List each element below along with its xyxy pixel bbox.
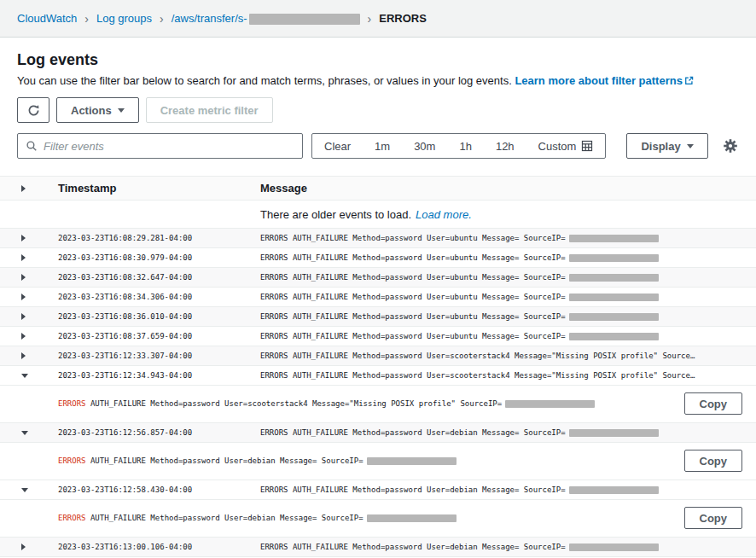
log-events-panel: Log events You can use the filter bar be…: [0, 38, 756, 159]
event-message: ERRORS AUTH_FAILURE Method=password User…: [260, 428, 756, 437]
log-rows: 2023-03-23T16:08:29.281-04:00ERRORS AUTH…: [0, 229, 756, 557]
event-message: ERRORS AUTH_FAILURE Method=password User…: [260, 371, 756, 380]
caret-cell: [0, 431, 58, 435]
breadcrumb-separator-icon: ›: [84, 12, 89, 26]
breadcrumb: CloudWatch › Log groups › /aws/transfer/…: [17, 12, 427, 26]
event-timestamp: 2023-03-23T16:08:29.281-04:00: [58, 234, 260, 242]
refresh-button[interactable]: [17, 97, 49, 123]
gear-icon: [724, 139, 737, 153]
expand-row-icon[interactable]: [21, 274, 26, 281]
copy-button[interactable]: Copy: [684, 507, 743, 529]
display-label: Display: [641, 140, 680, 153]
redacted-source-ip: [505, 400, 595, 408]
log-event-row[interactable]: 2023-03-23T16:12:34.943-04:00ERRORS AUTH…: [0, 366, 756, 386]
log-event-row[interactable]: 2023-03-23T16:13:00.106-04:00ERRORS AUTH…: [0, 538, 756, 557]
event-timestamp: 2023-03-23T16:08:34.306-04:00: [58, 293, 260, 301]
caret-cell: [0, 274, 58, 281]
log-event-row[interactable]: 2023-03-23T16:08:36.010-04:00ERRORS AUTH…: [0, 307, 756, 327]
event-timestamp: 2023-03-23T16:12:33.307-04:00: [58, 352, 260, 360]
expand-row-icon[interactable]: [21, 235, 26, 241]
event-message: ERRORS AUTH_FAILURE Method=password User…: [260, 543, 756, 551]
log-event-row[interactable]: 2023-03-23T16:08:29.281-04:00ERRORS AUTH…: [0, 229, 756, 248]
expand-row-icon[interactable]: [21, 543, 26, 550]
event-message: ERRORS AUTH_FAILURE Method=password User…: [260, 253, 756, 262]
caret-cell: [0, 313, 58, 320]
learn-more-link[interactable]: Learn more about filter patterns: [515, 74, 693, 87]
preferences-button[interactable]: [722, 137, 739, 154]
caret-cell: [0, 235, 58, 241]
error-level-token: ERRORS: [58, 399, 86, 408]
caret-cell: [0, 374, 58, 378]
redacted-source-ip: [569, 294, 659, 301]
expand-row-icon[interactable]: [21, 352, 26, 359]
error-level-token: ERRORS: [58, 514, 86, 522]
redacted-source-ip: [569, 543, 659, 551]
breadcrumb-log-groups[interactable]: Log groups: [96, 12, 152, 25]
clear-button[interactable]: Clear: [312, 134, 363, 158]
redacted-source-ip: [569, 486, 659, 494]
copy-button[interactable]: Copy: [684, 392, 743, 415]
event-timestamp: 2023-03-23T16:12:56.857-04:00: [58, 428, 260, 437]
expand-all-icon[interactable]: [21, 185, 26, 192]
event-detail-text: ERRORS AUTH_FAILURE Method=password User…: [58, 399, 672, 408]
copy-button[interactable]: Copy: [684, 450, 743, 472]
log-event-row[interactable]: 2023-03-23T16:08:37.659-04:00ERRORS AUTH…: [0, 327, 756, 346]
breadcrumb-separator-icon: ›: [368, 12, 372, 26]
breadcrumb-bar: CloudWatch › Log groups › /aws/transfer/…: [0, 0, 756, 38]
create-metric-filter-button[interactable]: Create metric filter: [146, 97, 273, 123]
log-event-row[interactable]: 2023-03-23T16:12:58.430-04:00ERRORS AUTH…: [0, 480, 756, 500]
expand-row-icon[interactable]: [21, 254, 26, 261]
redacted-source-ip: [569, 313, 659, 321]
table-header: Timestamp Message: [0, 176, 756, 201]
event-message: ERRORS AUTH_FAILURE Method=password User…: [260, 352, 756, 360]
breadcrumb-separator-icon: ›: [160, 12, 164, 26]
display-button[interactable]: Display: [626, 133, 707, 159]
event-detail-text: ERRORS AUTH_FAILURE Method=password User…: [58, 456, 672, 465]
log-event-row[interactable]: 2023-03-23T16:12:56.857-04:00ERRORS AUTH…: [0, 423, 756, 443]
log-event-row[interactable]: 2023-03-23T16:08:30.979-04:00ERRORS AUTH…: [0, 248, 756, 268]
log-event-row[interactable]: 2023-03-23T16:08:34.306-04:00ERRORS AUTH…: [0, 288, 756, 307]
actions-button[interactable]: Actions: [56, 97, 139, 123]
expand-row-icon[interactable]: [21, 294, 26, 300]
event-detail: ERRORS AUTH_FAILURE Method=password User…: [0, 500, 756, 538]
column-header-timestamp[interactable]: Timestamp: [58, 182, 260, 195]
event-message: ERRORS AUTH_FAILURE Method=password User…: [260, 234, 756, 242]
external-link-icon: [684, 76, 694, 85]
filter-events-search[interactable]: [17, 133, 303, 159]
caret-down-icon: [687, 144, 694, 148]
filter-bar: Clear 1m 30m 1h 12h Custom Display: [17, 133, 739, 159]
breadcrumb-cloudwatch[interactable]: CloudWatch: [17, 12, 77, 25]
redacted-source-ip: [367, 457, 457, 465]
older-events-text: There are older events to load.: [260, 208, 411, 221]
caret-cell: [0, 333, 58, 340]
redacted-source-ip: [569, 254, 659, 262]
event-message: ERRORS AUTH_FAILURE Method=password User…: [260, 332, 756, 340]
redacted-source-ip: [367, 514, 457, 522]
range-1m-button[interactable]: 1m: [363, 134, 402, 158]
collapse-row-icon[interactable]: [21, 431, 28, 435]
caret-cell: [0, 254, 58, 261]
breadcrumb-log-group[interactable]: /aws/transfer/s-: [172, 12, 360, 25]
load-more-link[interactable]: Load more.: [416, 208, 472, 221]
event-timestamp: 2023-03-23T16:13:00.106-04:00: [58, 543, 260, 551]
event-timestamp: 2023-03-23T16:08:37.659-04:00: [58, 332, 260, 340]
collapse-row-icon[interactable]: [21, 488, 28, 492]
range-12h-button[interactable]: 12h: [484, 134, 526, 158]
collapse-row-icon[interactable]: [21, 374, 28, 378]
caret-cell: [0, 543, 58, 550]
column-header-message[interactable]: Message: [260, 182, 756, 195]
range-30m-button[interactable]: 30m: [402, 134, 447, 158]
event-message: ERRORS AUTH_FAILURE Method=password User…: [260, 312, 756, 321]
event-detail: ERRORS AUTH_FAILURE Method=password User…: [0, 443, 756, 480]
filter-events-input[interactable]: [44, 140, 294, 153]
log-event-row[interactable]: 2023-03-23T16:08:32.647-04:00ERRORS AUTH…: [0, 268, 756, 288]
expand-row-icon[interactable]: [21, 333, 26, 340]
event-detail: ERRORS AUTH_FAILURE Method=password User…: [0, 386, 756, 423]
range-1h-button[interactable]: 1h: [447, 134, 483, 158]
redacted-source-ip: [569, 274, 659, 282]
event-timestamp: 2023-03-23T16:08:32.647-04:00: [58, 273, 260, 282]
expand-row-icon[interactable]: [21, 313, 26, 320]
log-event-row[interactable]: 2023-03-23T16:12:33.307-04:00ERRORS AUTH…: [0, 346, 756, 366]
event-timestamp: 2023-03-23T16:12:34.943-04:00: [58, 371, 260, 380]
custom-range-button[interactable]: Custom: [526, 134, 606, 158]
